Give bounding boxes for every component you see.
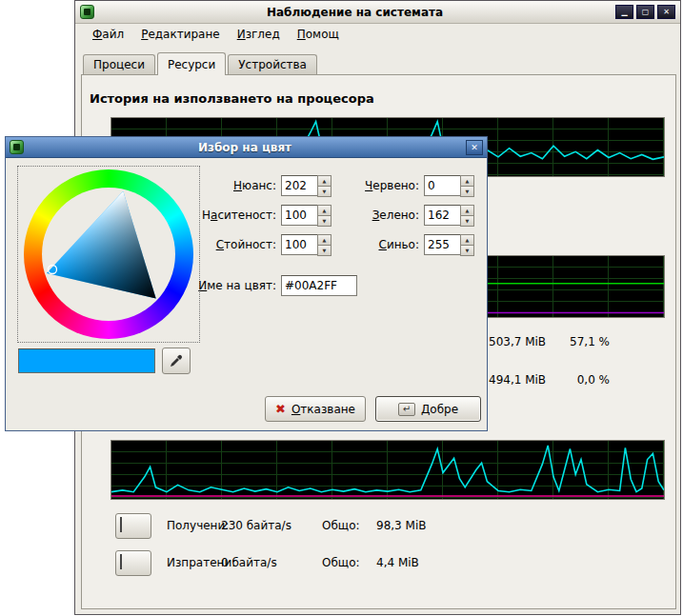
spin-up-icon[interactable]: ▲ [460,175,474,186]
color-name-label: Име на цвят: [191,279,276,292]
swap-used-value: 494,1 MiB [489,373,546,387]
menu-view[interactable]: Изглед [230,26,288,43]
received-swatch[interactable] [115,513,151,539]
spin-down-icon[interactable]: ▼ [460,245,474,256]
cancel-button[interactable]: ✖ Отказване [265,396,366,422]
menu-help[interactable]: Помощ [290,26,347,43]
red-label: Червено: [349,179,419,192]
hsv-triangle[interactable] [18,167,199,342]
network-history-chart [110,440,665,500]
green-stepper: ▲▼ [424,205,474,226]
sent-total-label: Общо: [322,556,360,569]
menubar: Файл Редактиране Изглед Помощ [75,24,680,45]
hue-stepper: ▲▼ [281,175,331,196]
saturation-input[interactable] [281,205,317,226]
received-rate: 230 байта/s [221,519,291,532]
red-input[interactable] [424,175,460,196]
tab-strip: Процеси Ресурси Устройства [83,52,319,74]
dialog-title: Избор на цвят [29,141,461,154]
blue-label: Синьо: [349,238,419,251]
color-picker-dialog: Избор на цвят ✕ [5,136,488,431]
blue-input[interactable] [424,234,460,255]
ok-label: Добре [421,403,458,416]
spin-down-icon[interactable]: ▼ [460,215,474,227]
maximize-icon[interactable]: ▢ [636,5,654,19]
hue-input[interactable] [281,175,317,196]
tab-resources[interactable]: Ресурси [157,52,226,75]
minimize-icon[interactable]: ▁ [615,5,633,19]
hsv-color-wheel[interactable] [17,166,200,343]
spin-up-icon[interactable]: ▲ [317,205,331,215]
saturation-stepper: ▲▼ [281,205,331,226]
memory-percent-value: 57,1 % [551,335,610,348]
sent-color [120,554,122,569]
received-color [120,517,122,532]
blue-stepper: ▲▼ [424,234,474,255]
cancel-icon: ✖ [275,402,286,416]
sent-rate: 0 байта/s [221,556,277,569]
window-title: Наблюдение на системата [99,6,611,19]
spin-down-icon[interactable]: ▼ [317,186,331,197]
dialog-icon [10,140,24,154]
swap-percent-value: 0,0 % [551,373,610,387]
spin-up-icon[interactable]: ▲ [460,234,474,245]
sent-total: 4,4 MiB [376,556,419,569]
eyedropper-icon [169,353,184,368]
menu-edit[interactable]: Редактиране [133,26,228,43]
red-stepper: ▲▼ [424,175,474,196]
spin-up-icon[interactable]: ▲ [460,205,474,215]
hue-label: Нюанс: [201,179,276,192]
ok-button[interactable]: ↵ Добре [375,396,481,422]
green-input[interactable] [424,205,460,226]
value-input[interactable] [281,234,317,255]
menu-file[interactable]: Файл [85,26,131,43]
cpu-section-title: История на използването на процесора [90,91,374,106]
sent-swatch[interactable] [115,550,151,576]
tab-processes[interactable]: Процеси [83,54,155,74]
dialog-close-icon[interactable]: ✕ [466,140,483,155]
eyedropper-button[interactable] [162,348,191,374]
app-icon [80,5,94,19]
cancel-label: Отказване [291,403,355,416]
ok-icon: ↵ [398,403,415,416]
tab-devices[interactable]: Устройства [228,54,317,74]
green-label: Зелено: [349,209,419,222]
main-titlebar[interactable]: Наблюдение на системата ▁ ▢ ✕ [75,1,680,24]
memory-used-value: 503,7 MiB [489,335,546,348]
received-total: 98,3 MiB [376,519,426,532]
spin-down-icon[interactable]: ▼ [460,186,474,197]
spin-down-icon[interactable]: ▼ [317,215,331,227]
saturation-label: Наситеност: [201,209,276,222]
value-label: Стойност: [201,238,276,251]
received-label: Получени: [167,519,229,532]
spin-down-icon[interactable]: ▼ [317,245,331,256]
spin-up-icon[interactable]: ▲ [317,175,331,186]
close-icon[interactable]: ✕ [657,5,675,19]
value-stepper: ▲▼ [281,234,331,255]
spin-up-icon[interactable]: ▲ [317,234,331,245]
color-preview [18,348,155,373]
color-name-input[interactable] [281,275,357,296]
received-total-label: Общо: [322,519,360,532]
dialog-titlebar[interactable]: Избор на цвят ✕ [6,137,487,158]
window-controls: ▁ ▢ ✕ [615,5,675,19]
